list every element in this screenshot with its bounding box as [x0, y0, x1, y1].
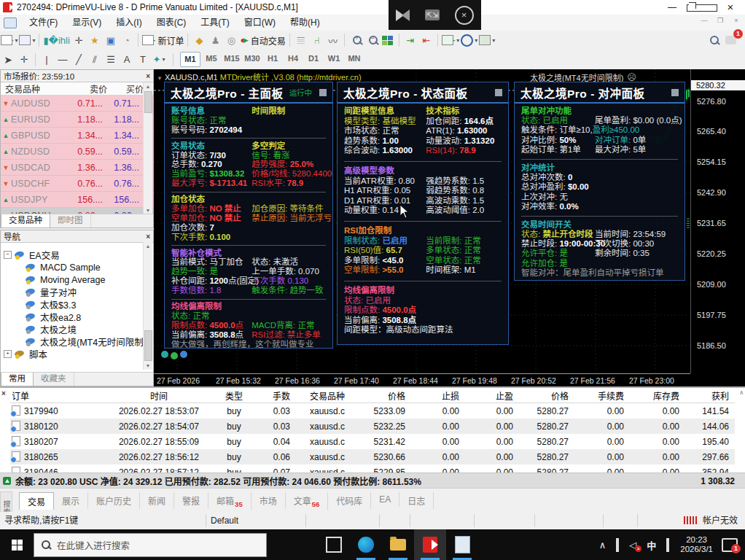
timeframe-H4[interactable]: H4 — [284, 52, 303, 66]
timeframe-MN[interactable]: MN — [345, 52, 364, 66]
timeframe-W1[interactable]: W1 — [324, 52, 343, 66]
orders-table[interactable]: 订单时间类型手数交易品种价格止损止盈价格手续费库存费获利 31799402026… — [10, 388, 735, 480]
menu-item-1[interactable]: 文件(F) — [22, 15, 65, 31]
menu-item-3[interactable]: 插入(I) — [109, 15, 149, 31]
tab-交易品种[interactable]: 交易品种 — [1, 214, 50, 228]
menu-item-4[interactable]: 图表(C) — [149, 15, 194, 31]
keyboard-icon[interactable] — [666, 540, 669, 551]
panel-minimize-icon[interactable] — [671, 89, 679, 96]
stop-share-icon[interactable]: × — [455, 6, 474, 25]
profile-name[interactable]: Default — [206, 514, 306, 527]
mdi-close-button[interactable]: × — [732, 17, 741, 24]
ea-smiley-icon[interactable]: ☹ — [627, 72, 636, 82]
menu-item-5[interactable]: 工具(T) — [193, 15, 236, 31]
tree-item[interactable]: Moving Average — [26, 273, 105, 286]
search-icon[interactable] — [707, 33, 722, 47]
tab-常用[interactable]: 常用 — [1, 373, 34, 386]
scripts-icon[interactable]: ◆ — [192, 33, 206, 47]
ime-indicator[interactable]: 中 — [647, 538, 656, 552]
navigator-toggle-icon[interactable]: ★ — [87, 33, 102, 47]
auto-scroll-button[interactable]: ⇥ — [403, 33, 418, 47]
clock[interactable]: 20:23 2026/3/1 — [680, 535, 713, 554]
sound-icon[interactable]: ◎ — [224, 33, 238, 47]
tree-expand-icon[interactable]: + — [4, 350, 12, 358]
terminal-tab-市场[interactable]: 市场 — [251, 492, 286, 509]
task-view-button[interactable] — [318, 529, 350, 560]
templates-button[interactable]: ▾ — [479, 33, 495, 47]
connection-bars-icon[interactable] — [684, 516, 697, 524]
terminal-tab-警报[interactable]: 警报 — [174, 492, 208, 509]
mdi-minimize-button[interactable]: — — [700, 17, 709, 24]
label-tool[interactable]: T — [136, 52, 150, 67]
indicators-button[interactable]: +▾ — [442, 33, 460, 47]
shapes-tool[interactable]: ✦▾ — [152, 52, 166, 67]
terminal-tab-展示[interactable]: 展示 — [54, 492, 88, 509]
trendline-tool[interactable]: ╱ — [71, 52, 86, 67]
terminal-tab-日志[interactable]: 日志 — [399, 492, 434, 509]
market-watch-toggle-icon[interactable]: ▮�ihli — [43, 33, 69, 47]
candlestick-button[interactable]: ⑁ — [310, 33, 324, 47]
vline-tool[interactable]: | — [39, 52, 54, 67]
orders-col-3[interactable]: 类型 — [213, 388, 255, 403]
timeframe-M30[interactable]: M30 — [243, 52, 262, 66]
terminal-tab-文章[interactable]: 文章56 — [286, 492, 329, 510]
chart-shift-button[interactable]: ⇤ — [419, 33, 434, 47]
timeframe-M5[interactable]: M5 — [202, 52, 221, 66]
tab-收藏夹[interactable]: 收藏夹 — [34, 373, 74, 386]
market-watch-row[interactable]: ▼AUDUSD0.71...0.71... — [1, 96, 153, 112]
tile-windows-button[interactable] — [381, 33, 395, 47]
menu-item-6[interactable]: 窗口(W) — [237, 15, 283, 31]
notepad-button[interactable] — [446, 529, 478, 560]
terminal-toggle-icon[interactable]: ▣ — [104, 33, 118, 47]
strategy-tester-icon[interactable]: ◔ — [120, 33, 134, 47]
terminal-close-icon[interactable]: × — [1, 389, 6, 397]
periods-button[interactable]: ▾ — [461, 33, 477, 47]
restore-button[interactable] — [687, 0, 716, 15]
orders-col-5[interactable]: 交易品种 — [296, 388, 359, 403]
orders-scroll-up[interactable]: ∧ — [739, 389, 744, 396]
close-button[interactable]: × — [716, 0, 745, 15]
timeframe-D1[interactable]: D1 — [304, 52, 323, 66]
orders-col-4[interactable]: 手数 — [255, 388, 296, 403]
tree-item[interactable]: +脚本 — [4, 348, 47, 360]
hline-tool[interactable]: — — [55, 52, 70, 67]
network-icon[interactable] — [616, 540, 619, 551]
bar-chart-button[interactable]: 𝄙 — [294, 33, 308, 47]
experts-icon[interactable]: ♟ — [208, 33, 222, 47]
time-axis[interactable]: 27 Feb 202627 Feb 15:3227 Feb 16:3627 Fe… — [154, 373, 690, 386]
menu-item-7[interactable]: 帮助(H) — [283, 15, 327, 31]
market-watch-row[interactable]: ▼USDCAD1.36...1.36... — [1, 160, 153, 176]
tree-collapse-icon[interactable]: − — [4, 251, 12, 259]
tray-expand-icon[interactable]: ∧ — [599, 540, 606, 551]
panel-minimize-icon[interactable] — [495, 89, 502, 96]
tree-item[interactable]: 太极之境 — [26, 323, 77, 335]
zoom-out-button[interactable]: − — [364, 33, 379, 47]
price-scale[interactable]: 5276.805265.405254.155242.905231.655220.… — [690, 69, 745, 373]
minimize-button[interactable]: — — [658, 0, 687, 15]
pause-share-icon[interactable] — [396, 9, 410, 21]
order-row[interactable]: 31799402026.02.27 18:53:07buy0.03xauusd.… — [10, 403, 735, 419]
order-row[interactable]: 31802652026.02.27 18:56:12buy0.06xauusd.… — [10, 449, 735, 464]
tree-item[interactable]: 太极$3.3 — [26, 298, 76, 311]
market-watch-close-icon[interactable]: × — [146, 72, 150, 80]
orders-col-2[interactable]: 时间 — [105, 388, 213, 403]
action-center-icon[interactable]: 1 — [722, 538, 738, 552]
market-watch-row[interactable]: ▲USDJPY156....156.... — [1, 192, 153, 208]
mt4-taskbar-button[interactable] — [414, 529, 446, 560]
terminal-tab-代码库[interactable]: 代码库 — [328, 492, 371, 509]
autotrade-button[interactable]: ● ▶ 自动交易 — [240, 33, 285, 47]
orders-col-8[interactable]: 止盈 — [465, 388, 519, 403]
new-chart-button[interactable]: +▾ — [1, 33, 17, 47]
tree-item[interactable]: MACD Sample — [26, 261, 101, 273]
profiles-button[interactable]: ▾ — [19, 33, 35, 47]
terminal-tab-交易[interactable]: 交易 — [19, 492, 54, 510]
market-watch-scrollbar[interactable]: ▲▼ — [143, 82, 152, 214]
navigator-close-icon[interactable]: × — [146, 233, 150, 241]
orders-col-10[interactable]: 手续费 — [574, 388, 630, 403]
orders-col-7[interactable]: 止损 — [411, 388, 465, 403]
fibonacci-tool[interactable]: ☰ — [104, 52, 118, 67]
start-button[interactable] — [0, 529, 34, 560]
text-tool[interactable]: A — [120, 52, 134, 67]
fullscreen-icon[interactable]: ⇱⇲ — [425, 9, 440, 20]
chart-area[interactable]: ▼ XAUUSD.c,M1 MTDriver统计 ,V3.08 (http://… — [154, 69, 745, 386]
